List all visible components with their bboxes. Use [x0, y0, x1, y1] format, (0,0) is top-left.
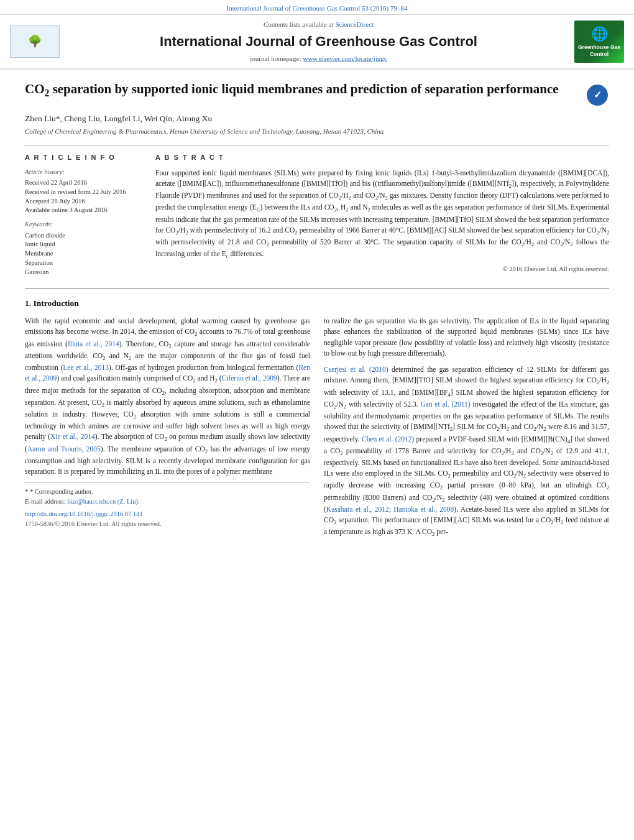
greenhouse-logo: 🌐 Greenhouse Gas Control	[574, 21, 624, 63]
footer-issn: 1750-5836/© 2016 Elsevier Ltd. All right…	[25, 519, 310, 529]
affiliation: College of Chemical Engineering & Pharma…	[25, 127, 609, 136]
authors: Zhen Liu*, Cheng Liu, Longfei Li, Wei Qi…	[25, 113, 609, 125]
body-right-text-1: to realize the gas separation via its ga…	[324, 316, 609, 359]
footnote-star: *	[25, 488, 30, 495]
footer-doi: http://dx.doi.org/10.1016/j.ijggc.2016.0…	[25, 509, 310, 519]
copyright-line: © 2016 Elsevier Ltd. All rights reserved…	[155, 265, 609, 274]
section-divider	[25, 288, 609, 289]
email-link[interactable]: liuz@haust.edu.cn (Z. Liu).	[67, 498, 139, 505]
contents-prefix: Contents lists available at	[264, 21, 334, 28]
body-right-column: to realize the gas separation via its ga…	[324, 316, 609, 545]
ref-cserjesi[interactable]: Cserjesi et al. (2010)	[324, 366, 388, 373]
ref-iliuta[interactable]: Iliuta et al., 2014	[68, 340, 119, 348]
footnote-area: * * Corresponding author. E-mail address…	[25, 482, 310, 507]
body-right-text-2: Cserjesi et al. (2010) determined the ga…	[324, 364, 609, 539]
elsevier-tree-icon: 🌳	[28, 35, 42, 47]
article-title-row: CO2 separation by supported ionic liquid…	[25, 81, 609, 107]
homepage-prefix: journal homepage:	[250, 55, 301, 62]
ref-xie[interactable]: Xie et al., 2014	[50, 433, 95, 440]
body-left-text: With the rapid economic and social devel…	[25, 316, 310, 477]
ref-gan[interactable]: Gan et al. (2011)	[420, 400, 470, 408]
article-info-column: A R T I C L E I N F O Article history: R…	[25, 153, 143, 277]
header: 🌳 Contents lists available at ScienceDir…	[0, 15, 634, 70]
email-label: E-mail address:	[25, 498, 66, 505]
sciencedirect-link[interactable]: ScienceDirect	[335, 21, 374, 28]
contents-line: Contents lists available at ScienceDirec…	[78, 20, 559, 29]
abstract-column: A B S T R A C T Four supported ionic liq…	[155, 153, 609, 277]
journal-homepage: journal homepage: www.elsevier.com/locat…	[78, 54, 559, 63]
ref-kasahara[interactable]: Kasahara et al., 2012; Hanioka et al., 2…	[326, 505, 454, 513]
author-names: Zhen Liu*, Cheng Liu, Longfei Li, Wei Qi…	[25, 114, 212, 123]
footnote-corresponding: * * Corresponding author.	[25, 487, 310, 497]
body-left-column: With the rapid economic and social devel…	[25, 316, 310, 545]
journal-reference: International Journal of Greenhouse Gas …	[227, 4, 408, 12]
footnote-email-line: E-mail address: liuz@haust.edu.cn (Z. Li…	[25, 497, 310, 507]
top-banner: International Journal of Greenhouse Gas …	[0, 0, 634, 15]
ref-lee[interactable]: Lee et al., 2013	[63, 364, 109, 371]
article-container: CO2 separation by supported ionic liquid…	[0, 70, 634, 545]
crossmark-badge: ✓	[586, 83, 609, 107]
history-label: Article history:	[25, 168, 143, 177]
article-info-heading: A R T I C L E I N F O	[25, 153, 143, 162]
abstract-heading: A B S T R A C T	[155, 153, 609, 162]
ref-chen[interactable]: Chen et al. (2012)	[362, 435, 414, 443]
history-dates: Received 22 April 2016 Received in revis…	[25, 178, 143, 215]
body-columns: With the rapid economic and social devel…	[25, 316, 609, 545]
logo-text: Greenhouse Gas Control	[577, 44, 622, 58]
keywords-label: Keywords:	[25, 220, 143, 229]
article-info-abstract-row: A R T I C L E I N F O Article history: R…	[25, 145, 609, 277]
abstract-text: Four supported ionic liquid membranes (S…	[155, 168, 609, 261]
ref-aaron[interactable]: Aaron and Tsouris, 2005	[27, 445, 101, 453]
elsevier-logo: 🌳	[10, 20, 66, 63]
journal-logo-box: 🌐 Greenhouse Gas Control	[571, 20, 624, 63]
keywords-list: Carbon dioxide Ionic liquid Membrane Sep…	[25, 231, 143, 277]
globe-icon: 🌐	[591, 25, 608, 44]
homepage-link[interactable]: www.elsevier.com/locate/ijggc	[303, 55, 387, 62]
article-title: CO2 separation by supported ionic liquid…	[25, 81, 586, 100]
crossmark-icon: ✓	[587, 85, 608, 106]
header-center: Contents lists available at ScienceDirec…	[66, 20, 571, 63]
section1-heading: 1. Introduction	[25, 298, 609, 310]
journal-title: International Journal of Greenhouse Gas …	[78, 32, 559, 52]
ref-ciferno[interactable]: Ciferno et al., 2009	[222, 374, 277, 382]
doi-link[interactable]: http://dx.doi.org/10.1016/j.ijggc.2016.0…	[25, 510, 143, 517]
